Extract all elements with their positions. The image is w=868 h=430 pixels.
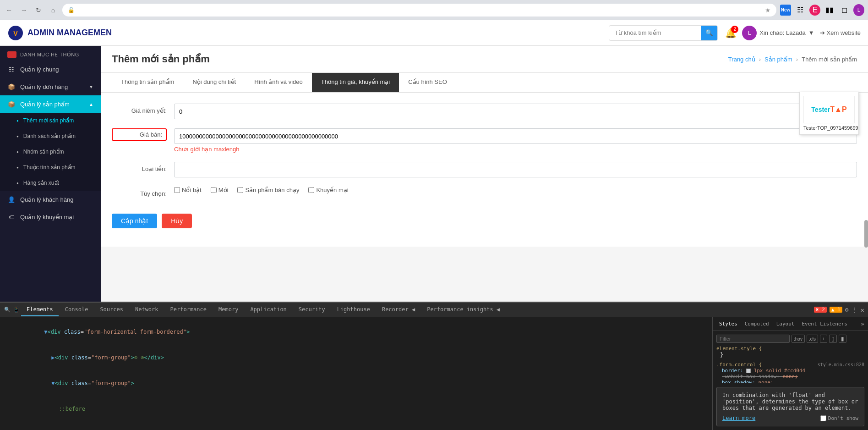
dot-icon3: ● (16, 150, 19, 154)
url-input[interactable]: hoctestertop.com/admin-product/add.aspx?… (77, 6, 762, 13)
flag-icon (7, 51, 16, 58)
hov-btn[interactable]: :hov (792, 335, 805, 343)
devtools-settings-icon[interactable]: ⚙ (845, 306, 849, 313)
element-style-close: } (716, 352, 864, 358)
address-bar: 🔓 hoctestertop.com/admin-product/add.asp… (62, 4, 776, 17)
save-button[interactable]: Cập nhật (112, 214, 157, 228)
sidebar-item-brand[interactable]: ● Hàng sản xuất (0, 175, 101, 191)
checkbox-moi[interactable] (211, 187, 217, 193)
option-moi[interactable]: Mới (211, 187, 229, 193)
ext1-icon[interactable]: E (809, 5, 820, 16)
devtools-tab-application[interactable]: Application (245, 303, 292, 316)
learn-more-link[interactable]: Learn more (722, 415, 755, 421)
devtools-main: ▼<div class="form-horizontal form-border… (0, 317, 868, 430)
inspect-icon[interactable]: 🔍 (4, 306, 11, 314)
breadcrumb-home[interactable]: Trang chủ (728, 56, 755, 63)
devtools-tab-console[interactable]: Console (60, 303, 94, 316)
logo-text: ADMIN MANAGEMEN (27, 28, 112, 38)
devtools-tab-network[interactable]: Network (130, 303, 164, 316)
new-ext-icon[interactable]: New (780, 5, 791, 16)
dont-show-checkbox[interactable] (820, 415, 826, 421)
profile-icon[interactable]: L (853, 5, 864, 16)
tab-price[interactable]: Thông tin giá, khuyến mại (312, 73, 399, 92)
currency-input[interactable] (174, 162, 857, 177)
dt-line-2: ▶<div class="form-group">⊙ ⊙</div> (0, 345, 712, 370)
listed-price-input[interactable] (174, 104, 857, 119)
checkbox-khuyen-mai[interactable] (308, 187, 314, 193)
tab-info[interactable]: Thông tin sản phẩm (112, 73, 183, 92)
cls-btn[interactable]: .cls (807, 335, 818, 343)
warn-count-badge: ▲ 1 (830, 307, 842, 313)
devtools-tab-performance[interactable]: Performance (165, 303, 212, 316)
checkbox-noi-bat[interactable] (174, 187, 180, 193)
notification-button[interactable]: 🔔 2 (725, 28, 737, 39)
refresh-button[interactable]: ↻ (33, 5, 44, 16)
sidebar-item-list-product[interactable]: ● Danh sách sản phẩm (0, 128, 101, 144)
devtools-tab-lighthouse[interactable]: Lighthouse (332, 303, 376, 316)
app-wrapper: V ADMIN MANAGEMEN 🔍 🔔 2 L Xin chào: Laza… (0, 20, 868, 430)
devtools-tab-memory[interactable]: Memory (213, 303, 244, 316)
styles-tab-layout[interactable]: Layout (774, 320, 797, 328)
sidebar-item-customers[interactable]: 👤 Quản lý khách hàng (0, 191, 101, 208)
option-ban-chay[interactable]: Sản phẩm bán chạy (237, 187, 299, 193)
cancel-button[interactable]: Hủy (162, 214, 192, 228)
add-rule-btn[interactable]: + (820, 335, 827, 343)
tab-images[interactable]: Hình ảnh và video (245, 73, 312, 92)
filter-input[interactable] (716, 335, 790, 343)
breadcrumb-products[interactable]: Sản phẩm (764, 56, 792, 63)
user-greeting: Xin chào: Lazada (759, 29, 805, 36)
back-button[interactable]: ← (4, 5, 15, 16)
dot-icon4: ● (16, 165, 19, 170)
devtools-close-icon[interactable]: ✕ (861, 306, 864, 314)
logo-svg: V (7, 25, 24, 41)
listed-price-label: Giá niêm yết: (112, 104, 167, 114)
home-button[interactable]: ⌂ (48, 5, 59, 16)
forward-button[interactable]: → (18, 5, 29, 16)
search-input[interactable] (609, 29, 701, 36)
ext3-icon[interactable]: ◻ (839, 5, 850, 16)
sidebar-label-add-product: Thêm mới sản phẩm (23, 117, 74, 124)
devtools-tab-recorder[interactable]: Recorder ◀ (377, 303, 420, 316)
sidebar-label-general: Quản lý chung (20, 66, 59, 73)
search-button[interactable]: 🔍 (701, 25, 717, 41)
devtools-tab-perf-insights[interactable]: Performance insights ◀ (421, 303, 505, 316)
styles-tab-event[interactable]: Event Listeners (799, 320, 850, 328)
style-prop-border: border: 1px solid #ccd0d4 (716, 368, 864, 374)
checkbox-ban-chay[interactable] (237, 187, 243, 193)
view-site-link[interactable]: ➔ Xem website (820, 29, 861, 36)
dont-show-checkbox-label[interactable]: Don't show (820, 415, 858, 421)
tab-seo[interactable]: Cấu hình SEO (399, 73, 456, 92)
sidebar-item-orders[interactable]: 📦 Quản lý đơn hàng ▼ (0, 78, 101, 95)
tab-detail[interactable]: Nội dung chi tiết (183, 73, 245, 92)
sale-price-error: Chưa giới hạn maxlengh (174, 146, 857, 153)
styles-tab-styles[interactable]: Styles (716, 320, 740, 328)
user-info[interactable]: L Xin chào: Lazada ▼ (742, 26, 814, 40)
inspect-styles-btn[interactable]: ▮ (839, 335, 846, 343)
sidebar-item-general[interactable]: ☷ Quản lý chung (0, 61, 101, 78)
sidebar-item-group-product[interactable]: ● Nhóm sản phẩm (0, 144, 101, 160)
sale-price-input-wrapper: Chưa giới hạn maxlengh (174, 128, 857, 153)
form-group-listed-price: Giá niêm yết: (112, 104, 857, 119)
form-group-sale-price: Giá bán: Chưa giới hạn maxlengh (112, 128, 857, 153)
devtools-more-icon[interactable]: ⋮ (852, 306, 858, 314)
sidebar-item-promotions[interactable]: 🏷 Quản lý khuyến mại (0, 208, 101, 226)
error-count-badge: ✖ 2 (814, 307, 827, 313)
sidebar-item-products[interactable]: 📦 Quản lý sản phẩm ▲ (0, 95, 101, 113)
drive-icon[interactable]: ☷ (795, 5, 806, 16)
styles-tab-computed[interactable]: Computed (742, 320, 772, 328)
sidebar-label-products: Quản lý sản phẩm (20, 101, 70, 108)
copy-styles-btn[interactable]: ▯ (829, 335, 837, 343)
dt-line-5: <label class="control-label col-md-2">Gi… (0, 422, 712, 430)
ext2-icon[interactable]: ▮▮ (824, 5, 835, 16)
devtools-tab-security[interactable]: Security (293, 303, 331, 316)
styles-more-icon[interactable]: » (861, 320, 864, 327)
option-khuyen-mai[interactable]: Khuyến mại (308, 187, 348, 193)
device-icon[interactable]: 📱 (13, 306, 20, 314)
sidebar-item-attr-product[interactable]: ● Thuộc tính sản phẩm (0, 160, 101, 175)
devtools-tab-sources[interactable]: Sources (94, 303, 129, 316)
option-noi-bat[interactable]: Nổi bật (174, 187, 202, 193)
devtools-tab-elements[interactable]: Elements (21, 303, 59, 316)
sidebar-item-add-product[interactable]: ● Thêm mới sản phẩm (0, 113, 101, 128)
sidebar-label-promotions: Quản lý khuyến mại (20, 214, 74, 221)
sale-price-input[interactable] (174, 128, 857, 144)
